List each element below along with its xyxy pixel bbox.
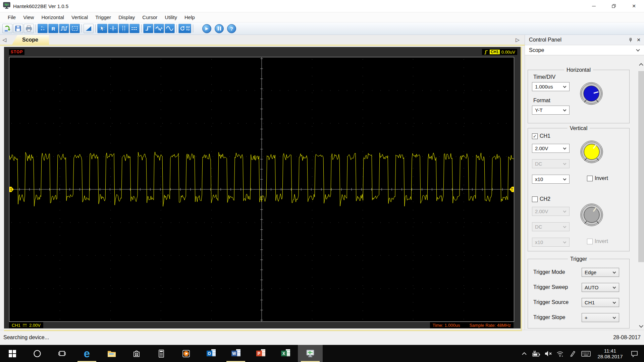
pause-acquisition-button[interactable] xyxy=(215,24,224,33)
autoset-refresh-icon xyxy=(180,26,185,31)
scrollbar-thumb[interactable] xyxy=(638,71,644,262)
ch2-enable-checkbox[interactable]: CH2 xyxy=(532,196,550,202)
taskbar-outlook-button[interactable]: O xyxy=(199,345,223,362)
touch-keyboard-tray-icon[interactable] xyxy=(580,350,592,357)
trigger-readout: CH1 0.00uV xyxy=(482,49,517,55)
panel-scrollbar[interactable] xyxy=(638,62,644,329)
action-center-button[interactable] xyxy=(629,350,641,358)
noise-wave-button[interactable] xyxy=(154,24,164,33)
trigger-slope-select[interactable]: + xyxy=(582,313,619,322)
chevron-down-icon xyxy=(563,240,567,244)
square-wave-button[interactable] xyxy=(59,24,69,33)
taskbar-powerpoint-button[interactable]: P xyxy=(248,345,273,362)
vertical-group: Vertical ✓ CH1 2.00V DC x10 Invert xyxy=(528,128,630,251)
menu-horizontal[interactable]: Horizontal xyxy=(38,12,68,22)
trigger-mode-select[interactable]: Edge xyxy=(582,268,619,277)
menu-cursor[interactable]: Cursor xyxy=(139,12,161,22)
trigger-group: Trigger Trigger Mode Edge Trigger Sweep … xyxy=(528,259,630,328)
open-file-button[interactable] xyxy=(2,24,12,33)
pen-tray-icon[interactable] xyxy=(568,350,577,357)
start-button[interactable] xyxy=(0,345,25,362)
rising-edge-icon xyxy=(484,50,488,55)
time-div-select[interactable]: 1.000us xyxy=(532,82,570,91)
ch1-volts-select[interactable]: 2.00V xyxy=(532,144,570,153)
restore-button[interactable] xyxy=(604,0,624,12)
taskbar-excel-button[interactable]: X xyxy=(273,345,298,362)
reference-wave-button[interactable]: R xyxy=(48,24,58,33)
ch1-position-knob[interactable] xyxy=(577,139,606,166)
start-acquisition-button[interactable]: ▶ xyxy=(202,24,211,33)
scope-screen[interactable]: 1T xyxy=(9,57,514,322)
menu-file[interactable]: File xyxy=(4,12,19,22)
measure-button[interactable] xyxy=(84,24,94,33)
vertical-cursor-button[interactable] xyxy=(119,24,129,33)
window-title: Hantek6022BE Ver 1.0.5 xyxy=(13,3,68,9)
taskbar-media-player-button[interactable] xyxy=(174,345,199,362)
taskbar-hantek-scope-button[interactable] xyxy=(298,345,323,362)
checkbox-icon xyxy=(587,176,593,181)
cortana-button[interactable] xyxy=(25,345,50,362)
taskbar-calculator-button[interactable] xyxy=(149,345,174,362)
autoset-button[interactable]: AUTO xyxy=(178,24,191,33)
menu-display[interactable]: Display xyxy=(115,12,139,22)
taskbar-store-button[interactable] xyxy=(124,345,149,362)
panel-mode-select[interactable]: Scope xyxy=(525,45,644,55)
chevron-down-icon xyxy=(613,301,616,304)
save-button[interactable] xyxy=(13,24,23,33)
math-button[interactable]: + -× ÷ xyxy=(38,24,48,33)
trigger-mode-label: Trigger Mode xyxy=(533,269,565,275)
vertical-cursor-icon xyxy=(120,25,127,32)
menu-help[interactable]: Help xyxy=(181,12,199,22)
scroll-up-icon[interactable] xyxy=(639,63,643,67)
measure-triangle-icon xyxy=(85,25,92,32)
battery-tray-icon[interactable] xyxy=(532,350,541,358)
sine-wave-button[interactable] xyxy=(165,24,175,33)
horizontal-cursor-button[interactable] xyxy=(129,24,140,33)
taskbar-word-button[interactable]: W xyxy=(223,345,248,362)
cursor-button[interactable] xyxy=(97,24,107,33)
cross-cursor-button[interactable] xyxy=(108,24,118,33)
trigger-source-select[interactable]: CH1 xyxy=(582,298,619,307)
digital-display-button[interactable] xyxy=(70,24,80,33)
taskbar-edge-button[interactable]: e xyxy=(74,345,99,362)
ch2-coupling-select: DC xyxy=(532,222,570,231)
windows-logo-icon xyxy=(9,350,16,357)
horizontal-position-knob[interactable] xyxy=(577,81,606,108)
menu-vertical[interactable]: Vertical xyxy=(68,12,92,22)
volume-tray-icon[interactable] xyxy=(544,350,553,357)
waveform-display[interactable]: 1T xyxy=(9,57,514,321)
scroll-down-icon[interactable] xyxy=(639,323,643,328)
task-view-button[interactable] xyxy=(50,345,74,362)
network-tray-icon[interactable] xyxy=(556,350,565,357)
ch1-invert-checkbox[interactable]: Invert xyxy=(587,175,608,181)
ch1-enable-checkbox[interactable]: ✓ CH1 xyxy=(532,133,550,139)
close-button[interactable]: ✕ xyxy=(624,0,644,12)
minimize-button[interactable] xyxy=(584,0,604,12)
minimize-icon xyxy=(592,6,596,6)
close-icon: ✕ xyxy=(632,3,636,9)
menu-view[interactable]: View xyxy=(19,12,38,22)
tab-scroll-left-icon[interactable]: ◁ xyxy=(0,35,9,45)
edge-trigger-button[interactable] xyxy=(143,24,153,33)
outlook-icon: O xyxy=(207,349,216,358)
print-button[interactable] xyxy=(24,24,34,33)
trigger-sweep-select[interactable]: AUTO xyxy=(582,283,619,292)
scope-header: STOP CH1 0.00uV xyxy=(4,47,521,57)
notification-icon xyxy=(631,350,639,358)
ch1-probe-select[interactable]: x10 xyxy=(532,175,570,184)
menu-trigger[interactable]: Trigger xyxy=(92,12,115,22)
pin-icon[interactable] xyxy=(629,38,633,42)
help-button[interactable]: ? xyxy=(227,24,236,33)
toolbar-separator xyxy=(36,24,36,33)
scope-page: STOP CH1 0.00uV 1T CH1 2.00V xyxy=(4,47,522,331)
taskbar-file-explorer-button[interactable] xyxy=(99,345,124,362)
menu-utility[interactable]: Utility xyxy=(161,12,181,22)
format-select[interactable]: Y-T xyxy=(532,106,570,115)
close-panel-icon[interactable]: ✕ xyxy=(637,37,641,43)
ch2-position-knob[interactable] xyxy=(577,202,606,229)
tab-scope[interactable]: Scope xyxy=(12,35,49,45)
taskbar-clock[interactable]: 11:41 28.08.2017 xyxy=(595,348,625,359)
show-hidden-icons-button[interactable] xyxy=(520,350,529,357)
control-panel-body: Horizontal Time/DIV 1.000us Format Y-T V… xyxy=(525,57,644,330)
tab-scroll-right-icon[interactable]: ▷ xyxy=(513,35,522,45)
